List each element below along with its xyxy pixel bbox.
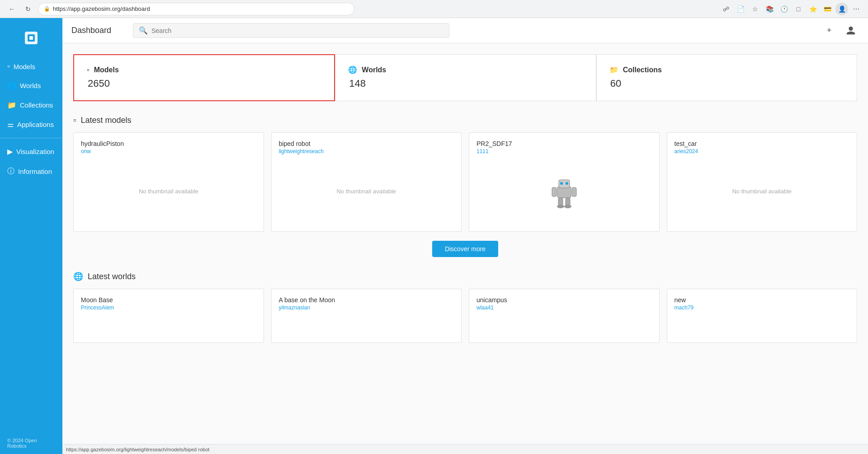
model-card-3[interactable]: test_car aries2024 No thumbnail availabl…	[667, 132, 858, 232]
world-card-2-title: unicampus	[476, 296, 652, 304]
history-btn[interactable]: 🕐	[778, 3, 790, 15]
menu-btn[interactable]: ⋯	[850, 3, 863, 15]
sidebar-applications-label: Applications	[17, 121, 54, 128]
refresh-button[interactable]: ↻	[22, 3, 34, 15]
search-icon: 🔍	[139, 26, 148, 35]
models-icon: ▫	[7, 62, 10, 70]
address-bar[interactable]: 🔒 https://app.gazebosim.org/dashboard	[38, 3, 354, 15]
content-area: ▫ Models 2650 🌐 Worlds 148	[62, 43, 868, 444]
world-card-0-author: PrincessAlem	[81, 304, 256, 311]
svg-point-12	[564, 205, 571, 208]
model-card-0-thumbnail: No thumbnail available	[81, 158, 256, 224]
worlds-stat-count: 148	[348, 78, 583, 89]
stat-card-collections[interactable]: 📁 Collections 60	[596, 54, 857, 101]
model-card-1-thumbnail: No thumbnail available	[279, 158, 454, 224]
back-button[interactable]: ←	[5, 3, 18, 15]
model-card-2[interactable]: PR2_SDF17 1111	[469, 132, 660, 232]
model-card-3-title: test_car	[675, 140, 850, 147]
sidebar-item-worlds[interactable]: 🌐 Worlds	[0, 76, 62, 95]
world-card-1-title: A base on the Moon	[279, 296, 454, 304]
discover-more-button[interactable]: Discover more	[432, 241, 498, 257]
topbar: Dashboard 🔍 +	[62, 18, 868, 43]
world-card-3[interactable]: new mach79	[667, 289, 858, 343]
svg-point-6	[566, 182, 568, 185]
sidebar-collections-label: Collections	[20, 101, 53, 109]
split-btn[interactable]: □	[792, 3, 805, 15]
browser-chrome: ← ↻ 🔒 https://app.gazebosim.org/dashboar…	[0, 0, 868, 18]
svg-point-11	[557, 205, 564, 208]
discover-more-row: Discover more	[73, 241, 857, 257]
svg-point-5	[560, 182, 563, 185]
svg-rect-2	[29, 36, 33, 40]
sidebar-footer: © 2024 Open Robotics	[0, 432, 62, 454]
sidebar-logo[interactable]	[0, 23, 62, 57]
models-stat-icon: ▫	[87, 66, 90, 74]
world-card-0-title: Moon Base	[81, 296, 256, 304]
model-card-0[interactable]: hydraulicPiston onw No thumbnail availab…	[73, 132, 264, 232]
latest-models-header: ▫ Latest models	[73, 116, 857, 125]
lock-icon: 🔒	[44, 6, 50, 12]
latest-worlds-icon: 🌐	[73, 271, 83, 281]
reader-btn[interactable]: 📄	[734, 3, 747, 15]
models-stat-count: 2650	[87, 78, 321, 89]
collections-icon: 📁	[7, 101, 16, 109]
worlds-stat-icon: 🌐	[348, 66, 357, 74]
model-card-1[interactable]: biped robot lightweightreseach No thumbn…	[271, 132, 462, 232]
profile-btn[interactable]: 👤	[835, 3, 848, 15]
sidebar-divider	[0, 138, 62, 138]
sidebar-item-applications[interactable]: ⚌ Applications	[0, 115, 62, 134]
worlds-icon: 🌐	[7, 81, 16, 90]
main-area: Dashboard 🔍 +	[62, 18, 868, 454]
favorites-btn[interactable]: ⭐	[807, 3, 819, 15]
models-stat-label: Models	[94, 66, 119, 74]
user-button[interactable]	[843, 23, 859, 39]
world-card-3-author: mach79	[675, 304, 850, 311]
world-card-1[interactable]: A base on the Moon yilmaznaslan	[271, 289, 462, 343]
topbar-actions: +	[821, 23, 859, 39]
search-bar[interactable]: 🔍	[133, 23, 449, 38]
models-grid: hydraulicPiston onw No thumbnail availab…	[73, 132, 857, 232]
svg-rect-7	[552, 187, 557, 197]
world-card-2-author: wlaa41	[476, 304, 652, 311]
sidebar-item-models[interactable]: ▫ Models	[0, 57, 62, 76]
status-bar: https://app.gazebosim.org/lightweightres…	[62, 444, 868, 454]
model-card-1-title: biped robot	[279, 140, 454, 147]
world-card-3-title: new	[675, 296, 850, 304]
collections-stat-icon: 📁	[609, 66, 618, 74]
model-card-0-title: hydraulicPiston	[81, 140, 256, 147]
browser-actions: ☍ 📄 ☆ 📚 🕐 □ ⭐ 💳 👤 ⋯	[720, 3, 863, 15]
worlds-grid: Moon Base PrincessAlem A base on the Moo…	[73, 289, 857, 343]
world-card-2[interactable]: unicampus wlaa41	[469, 289, 660, 343]
page-title: Dashboard	[71, 26, 126, 35]
translate-btn[interactable]: ☍	[720, 3, 732, 15]
sidebar-worlds-label: Worlds	[20, 82, 41, 89]
model-card-3-thumbnail: No thumbnail available	[675, 158, 850, 224]
stats-row: ▫ Models 2650 🌐 Worlds 148	[73, 54, 857, 101]
model-card-2-thumbnail	[476, 158, 652, 224]
model-card-2-author: 1111	[476, 148, 652, 154]
applications-icon: ⚌	[7, 120, 14, 129]
sidebar-visualization-label: Visualization	[16, 148, 54, 155]
information-icon: ⓘ	[7, 167, 14, 176]
stat-card-worlds[interactable]: 🌐 Worlds 148	[335, 54, 596, 101]
add-button[interactable]: +	[821, 23, 837, 39]
model-card-0-author: onw	[81, 148, 256, 154]
stat-card-models[interactable]: ▫ Models 2650	[73, 54, 335, 101]
sidebar-models-label: Models	[14, 63, 35, 70]
wallet-btn[interactable]: 💳	[821, 3, 834, 15]
world-card-0[interactable]: Moon Base PrincessAlem	[73, 289, 264, 343]
model-card-2-title: PR2_SDF17	[476, 140, 652, 147]
sidebar-item-information[interactable]: ⓘ Information	[0, 161, 62, 182]
star-btn[interactable]: ☆	[749, 3, 761, 15]
sidebar-item-visualization[interactable]: ▶ Visualization	[0, 142, 62, 161]
collections-stat-count: 60	[609, 78, 844, 89]
status-url: https://app.gazebosim.org/lightweightres…	[66, 447, 209, 452]
collections-btn[interactable]: 📚	[763, 3, 776, 15]
url-text: https://app.gazebosim.org/dashboard	[53, 5, 150, 12]
latest-models-icon: ▫	[73, 116, 76, 125]
search-input[interactable]	[151, 27, 443, 34]
sidebar: ▫ Models 🌐 Worlds 📁 Collections ⚌ Applic…	[0, 18, 62, 454]
svg-rect-3	[557, 187, 571, 198]
stat-card-worlds-header: 🌐 Worlds	[348, 66, 583, 74]
sidebar-item-collections[interactable]: 📁 Collections	[0, 95, 62, 115]
